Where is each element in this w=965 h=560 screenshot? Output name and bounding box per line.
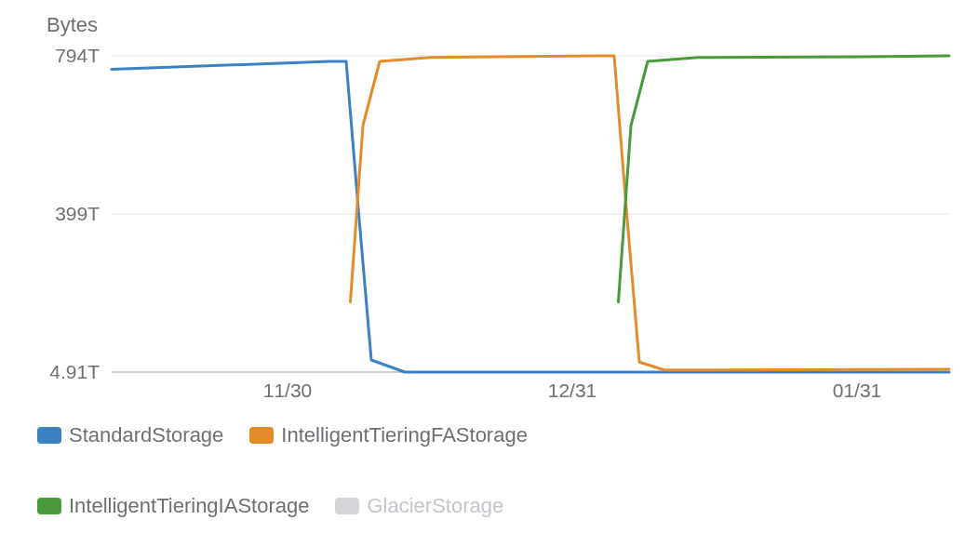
chart-container: Bytes 794T 399T 4.91T 11/30 12/31 01/31 … bbox=[0, 0, 965, 560]
x-tick-label: 01/31 bbox=[833, 380, 882, 402]
chart-svg bbox=[112, 56, 949, 372]
legend-swatch-icon bbox=[335, 498, 359, 514]
legend-item-IntelligentTieringIAStorage[interactable]: IntelligentTieringIAStorage bbox=[37, 489, 309, 523]
y-tick-label: 399T bbox=[25, 203, 100, 225]
legend-item-StandardStorage[interactable]: StandardStorage bbox=[37, 419, 223, 452]
y-tick-label: 794T bbox=[25, 45, 100, 67]
y-axis-title: Bytes bbox=[47, 13, 98, 37]
legend-swatch-icon bbox=[37, 427, 61, 444]
y-tick-label: 4.91T bbox=[25, 361, 100, 383]
x-tick-label: 12/31 bbox=[548, 380, 597, 402]
legend-swatch-icon bbox=[37, 498, 61, 514]
legend-label: GlacierStorage bbox=[367, 489, 503, 523]
legend-item-IntelligentTieringFAStorage[interactable]: IntelligentTieringFAStorage bbox=[249, 419, 528, 452]
legend-swatch-icon bbox=[249, 427, 274, 444]
x-tick-label: 11/30 bbox=[263, 380, 313, 402]
plot-area bbox=[112, 56, 949, 372]
legend-label: IntelligentTieringIAStorage bbox=[69, 489, 309, 523]
legend: StandardStorageIntelligentTieringFAStora… bbox=[37, 419, 949, 560]
series-line-IntelligentTieringIAStorage bbox=[619, 56, 950, 302]
legend-label: IntelligentTieringFAStorage bbox=[281, 419, 528, 452]
legend-label: StandardStorage bbox=[69, 419, 223, 452]
legend-item-GlacierStorage[interactable]: GlacierStorage bbox=[335, 489, 503, 523]
series-line-IntelligentTieringFAStorage bbox=[351, 56, 950, 370]
series-line-StandardStorage bbox=[112, 61, 949, 372]
